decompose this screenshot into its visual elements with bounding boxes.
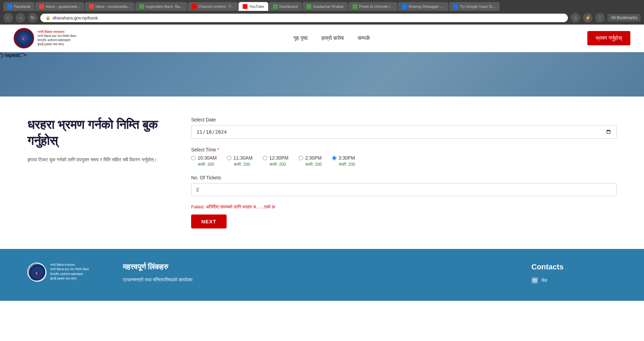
svg-text:🇳🇵: 🇳🇵	[35, 270, 40, 276]
footer-logo: 🇳🇵	[27, 263, 46, 281]
booking-form: Select Date Select Time * 10:30AM बाकी: …	[191, 117, 617, 228]
site-header: 🇳🇵 नगरी विकास मन्त्रालय नगरी विकास तथा न…	[0, 25, 644, 52]
tab-youtube[interactable]: YouTube	[239, 2, 268, 11]
date-input[interactable]	[191, 125, 617, 139]
tab-preeti[interactable]: Preeti to Unicode |...	[348, 2, 397, 11]
time-option-330: 3:30PM बाकी: 200	[332, 155, 355, 167]
forward-button[interactable]: →	[16, 13, 25, 23]
logo-area: 🇳🇵 नगरी विकास मन्त्रालय नगरी विकास तथा न…	[14, 28, 76, 48]
time-option-1130: 11:30AM बाकी: 200	[227, 155, 253, 167]
main-content: धरहरा भ्रमण गर्नको निम्ति बुक गर्नुहोस् …	[0, 97, 644, 249]
bookmark-button[interactable]: ☆	[571, 13, 580, 23]
logo-text: नगरी विकास मन्त्रालय नगरी विकास तथा नगर …	[38, 30, 76, 46]
tab-legendary[interactable]: Legendary Bach. Ba...	[135, 2, 187, 11]
radio-230[interactable]	[299, 156, 303, 160]
time-group: Select Time * 10:30AM बाकी: 200 11:30AM	[191, 147, 617, 167]
visit-button[interactable]: भ्रमण गर्नुहोस्	[587, 31, 630, 45]
date-group: Select Date	[191, 117, 617, 139]
radio-1030[interactable]	[191, 156, 196, 160]
browser-chrome: Facebook Inbox - guptachark... Inbox - e…	[0, 0, 644, 25]
time-option-230: 2:30PM बाकी: 200	[299, 155, 322, 167]
date-label: Select Date	[191, 117, 617, 122]
footer-logo-area: 🇳🇵 नगरी विकास मन्त्रालय नगरी विकास तथा न…	[27, 263, 96, 281]
site-logo: 🇳🇵	[14, 28, 34, 48]
footer-logo-text: नगरी विकास मन्त्रालय नगरी विकास तथा नगर …	[50, 263, 89, 281]
error-message: Failed: अनिर्दिष्ट समयको लागि धरहरा ब...…	[191, 204, 617, 210]
tab-facebook[interactable]: Facebook	[3, 2, 34, 11]
nav-about[interactable]: हाम्रो बारेमा	[321, 35, 344, 41]
tickets-group: No. Of Tickets	[191, 175, 617, 196]
tickets-label: No. Of Tickets	[191, 175, 617, 180]
nav-home[interactable]: गृह पृष्ठ	[294, 35, 307, 41]
footer-contacts-title: Contacts	[531, 263, 617, 271]
all-bookmarks-label[interactable]: All Bookmarks	[607, 14, 641, 21]
time-option-1030: 10:30AM बाकी: 200	[191, 155, 217, 167]
browser-toolbar: ← → ↻ 🔒 dharahara.gov.np/book ☆ ⚡ ⋮ All …	[0, 11, 644, 25]
tickets-input[interactable]	[191, 183, 617, 196]
required-indicator: *	[217, 147, 219, 152]
site-footer: 🇳🇵 नगरी विकास मन्त्रालय नगरी विकास तथा न…	[0, 249, 644, 301]
time-option-1230: 12:30PM बाकी: 200	[263, 155, 288, 167]
main-nav: गृह पृष्ठ हाम्रो बारेमा सम्पर्क	[294, 35, 370, 41]
page-title: धरहरा भ्रमण गर्नको निम्ति बुक गर्नुहोस्	[27, 117, 164, 149]
tab-inbox1[interactable]: Inbox - guptachark...	[35, 2, 84, 11]
time-options: 10:30AM बाकी: 200 11:30AM बाकी: 200 12:3…	[191, 155, 617, 167]
tab-google-input[interactable]: Try Google Input To...	[449, 2, 500, 11]
footer-link-1[interactable]: प्रधानमन्त्री तथा मन्त्रिपरिषदको कार्याल…	[123, 277, 504, 283]
tab-inbox2[interactable]: Inbox - esoulmedia...	[85, 2, 134, 11]
next-button[interactable]: NEXT	[191, 214, 227, 228]
left-section: धरहरा भ्रमण गर्नको निम्ति बुक गर्नुहोस् …	[27, 117, 164, 163]
svg-text:🇳🇵: 🇳🇵	[22, 36, 26, 41]
nav-contact[interactable]: सम्पर्क	[358, 35, 370, 41]
radio-330[interactable]	[332, 156, 337, 160]
radio-1230[interactable]	[263, 156, 267, 160]
tab-dashboard[interactable]: Dashboard	[269, 2, 302, 11]
time-label: Select Time *	[191, 147, 617, 152]
tab-guptachar[interactable]: Guptachar Khabar	[302, 2, 348, 11]
email-icon	[531, 277, 538, 284]
footer-contact-email: मेल	[531, 277, 617, 284]
footer-links-section: महत्त्वपूर्ण लिंकहरु प्रधानमन्त्री तथा म…	[123, 263, 504, 285]
refresh-button[interactable]: ↻	[28, 13, 38, 23]
menu-button[interactable]: ⋮	[595, 13, 605, 23]
back-button[interactable]: ←	[3, 13, 13, 23]
radio-1130[interactable]	[227, 156, 231, 160]
address-bar[interactable]: 🔒 dharahara.gov.np/book	[40, 14, 568, 22]
footer-links-title: महत्त्वपूर्ण लिंकहरु	[123, 263, 504, 271]
footer-contacts-section: Contacts मेल	[531, 263, 617, 287]
extensions-button[interactable]: ⚡	[583, 13, 592, 23]
tab-channel[interactable]: Channel content - Y...	[188, 2, 238, 11]
browser-tabs: Facebook Inbox - guptachark... Inbox - e…	[0, 0, 644, 11]
hero-banner: ') repeat;">	[0, 52, 644, 97]
tab-sharing[interactable]: Sharing Debugger -...	[398, 2, 448, 11]
page-subtitle: कृपया टिकट बुक गर्नको लागि उपयुक्त समय र…	[27, 156, 164, 163]
